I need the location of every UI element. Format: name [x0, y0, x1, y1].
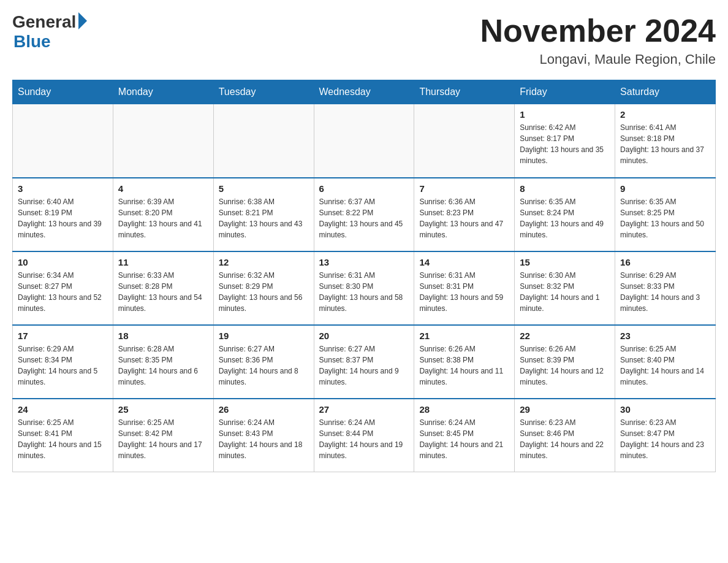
day-number: 23 — [620, 331, 710, 341]
day-info: Sunrise: 6:26 AMSunset: 8:39 PMDaylight:… — [520, 343, 610, 388]
day-info: Sunrise: 6:42 AMSunset: 8:17 PMDaylight:… — [520, 122, 610, 166]
day-number: 30 — [620, 404, 710, 415]
page-header: General Blue November 2024 Longavi, Maul… — [12, 12, 716, 67]
day-info: Sunrise: 6:23 AMSunset: 8:47 PMDaylight:… — [620, 417, 710, 461]
calendar-day-cell: 6Sunrise: 6:37 AMSunset: 8:22 PMDaylight… — [314, 178, 414, 251]
calendar-day-cell: 11Sunrise: 6:33 AMSunset: 8:28 PMDayligh… — [113, 251, 213, 325]
day-number: 27 — [319, 404, 409, 415]
day-of-week-header: Monday — [113, 80, 213, 104]
calendar-day-cell: 19Sunrise: 6:27 AMSunset: 8:36 PMDayligh… — [213, 325, 314, 399]
day-info: Sunrise: 6:24 AMSunset: 8:43 PMDaylight:… — [219, 417, 309, 461]
day-number: 2 — [620, 109, 710, 120]
calendar-week-row: 10Sunrise: 6:34 AMSunset: 8:27 PMDayligh… — [13, 251, 716, 325]
day-number: 24 — [18, 404, 108, 415]
day-number: 9 — [620, 183, 710, 194]
day-number: 5 — [219, 183, 309, 194]
day-number: 17 — [18, 331, 108, 341]
day-info: Sunrise: 6:27 AMSunset: 8:36 PMDaylight:… — [219, 343, 309, 388]
calendar-day-cell: 30Sunrise: 6:23 AMSunset: 8:47 PMDayligh… — [615, 399, 716, 472]
day-info: Sunrise: 6:31 AMSunset: 8:31 PMDaylight:… — [419, 270, 509, 314]
calendar-day-cell — [314, 104, 414, 178]
day-of-week-header: Friday — [515, 80, 615, 104]
day-number: 25 — [118, 404, 208, 415]
calendar-day-cell: 25Sunrise: 6:25 AMSunset: 8:42 PMDayligh… — [113, 399, 213, 472]
calendar-day-cell: 9Sunrise: 6:35 AMSunset: 8:25 PMDaylight… — [615, 178, 716, 251]
calendar-week-row: 24Sunrise: 6:25 AMSunset: 8:41 PMDayligh… — [13, 399, 716, 472]
day-info: Sunrise: 6:27 AMSunset: 8:37 PMDaylight:… — [319, 343, 409, 388]
title-section: November 2024 Longavi, Maule Region, Chi… — [480, 12, 716, 67]
day-of-week-header: Thursday — [414, 80, 515, 104]
calendar-week-row: 1Sunrise: 6:42 AMSunset: 8:17 PMDaylight… — [13, 104, 716, 178]
day-number: 3 — [18, 183, 108, 194]
calendar-day-cell: 27Sunrise: 6:24 AMSunset: 8:44 PMDayligh… — [314, 399, 414, 472]
calendar-day-cell: 21Sunrise: 6:26 AMSunset: 8:38 PMDayligh… — [414, 325, 515, 399]
calendar-day-cell — [414, 104, 515, 178]
calendar-table: SundayMondayTuesdayWednesdayThursdayFrid… — [12, 80, 716, 472]
day-info: Sunrise: 6:26 AMSunset: 8:38 PMDaylight:… — [419, 343, 509, 388]
day-number: 16 — [620, 257, 710, 267]
day-number: 12 — [219, 257, 309, 267]
logo: General Blue — [12, 12, 87, 52]
day-number: 20 — [319, 331, 409, 341]
day-number: 26 — [219, 404, 309, 415]
calendar-day-cell: 17Sunrise: 6:29 AMSunset: 8:34 PMDayligh… — [13, 325, 113, 399]
day-of-week-header: Wednesday — [314, 80, 414, 104]
calendar-day-cell — [13, 104, 113, 178]
day-of-week-header: Sunday — [13, 80, 113, 104]
calendar-day-cell — [213, 104, 314, 178]
calendar-day-cell: 24Sunrise: 6:25 AMSunset: 8:41 PMDayligh… — [13, 399, 113, 472]
day-of-week-header: Tuesday — [213, 80, 314, 104]
day-number: 14 — [419, 257, 509, 267]
day-info: Sunrise: 6:37 AMSunset: 8:22 PMDaylight:… — [319, 196, 409, 240]
calendar-header-row: SundayMondayTuesdayWednesdayThursdayFrid… — [13, 80, 716, 104]
day-info: Sunrise: 6:35 AMSunset: 8:24 PMDaylight:… — [520, 196, 610, 240]
day-info: Sunrise: 6:30 AMSunset: 8:32 PMDaylight:… — [520, 270, 610, 314]
month-title: November 2024 — [480, 12, 716, 49]
day-info: Sunrise: 6:41 AMSunset: 8:18 PMDaylight:… — [620, 122, 710, 166]
day-number: 4 — [118, 183, 208, 194]
day-info: Sunrise: 6:25 AMSunset: 8:40 PMDaylight:… — [620, 343, 710, 388]
day-info: Sunrise: 6:33 AMSunset: 8:28 PMDaylight:… — [118, 270, 208, 314]
calendar-day-cell: 26Sunrise: 6:24 AMSunset: 8:43 PMDayligh… — [213, 399, 314, 472]
day-number: 19 — [219, 331, 309, 341]
day-number: 15 — [520, 257, 610, 267]
day-number: 1 — [520, 109, 610, 120]
day-info: Sunrise: 6:28 AMSunset: 8:35 PMDaylight:… — [118, 343, 208, 388]
logo-arrow-icon — [78, 12, 87, 29]
day-info: Sunrise: 6:29 AMSunset: 8:34 PMDaylight:… — [18, 343, 108, 388]
calendar-day-cell: 16Sunrise: 6:29 AMSunset: 8:33 PMDayligh… — [615, 251, 716, 325]
calendar-day-cell: 28Sunrise: 6:24 AMSunset: 8:45 PMDayligh… — [414, 399, 515, 472]
day-info: Sunrise: 6:23 AMSunset: 8:46 PMDaylight:… — [520, 417, 610, 461]
logo-blue-text: Blue — [13, 32, 51, 52]
day-info: Sunrise: 6:25 AMSunset: 8:41 PMDaylight:… — [18, 417, 108, 461]
calendar-day-cell: 15Sunrise: 6:30 AMSunset: 8:32 PMDayligh… — [515, 251, 615, 325]
day-number: 28 — [419, 404, 509, 415]
day-number: 21 — [419, 331, 509, 341]
day-info: Sunrise: 6:32 AMSunset: 8:29 PMDaylight:… — [219, 270, 309, 314]
day-info: Sunrise: 6:38 AMSunset: 8:21 PMDaylight:… — [219, 196, 309, 240]
logo-general-text: General — [12, 12, 76, 32]
calendar-day-cell: 10Sunrise: 6:34 AMSunset: 8:27 PMDayligh… — [13, 251, 113, 325]
calendar-day-cell: 20Sunrise: 6:27 AMSunset: 8:37 PMDayligh… — [314, 325, 414, 399]
calendar-day-cell — [113, 104, 213, 178]
calendar-day-cell: 12Sunrise: 6:32 AMSunset: 8:29 PMDayligh… — [213, 251, 314, 325]
day-number: 29 — [520, 404, 610, 415]
day-info: Sunrise: 6:40 AMSunset: 8:19 PMDaylight:… — [18, 196, 108, 240]
calendar-day-cell: 3Sunrise: 6:40 AMSunset: 8:19 PMDaylight… — [13, 178, 113, 251]
location-text: Longavi, Maule Region, Chile — [480, 52, 716, 67]
calendar-day-cell: 5Sunrise: 6:38 AMSunset: 8:21 PMDaylight… — [213, 178, 314, 251]
calendar-day-cell: 18Sunrise: 6:28 AMSunset: 8:35 PMDayligh… — [113, 325, 213, 399]
day-number: 7 — [419, 183, 509, 194]
calendar-day-cell: 22Sunrise: 6:26 AMSunset: 8:39 PMDayligh… — [515, 325, 615, 399]
day-info: Sunrise: 6:34 AMSunset: 8:27 PMDaylight:… — [18, 270, 108, 314]
calendar-day-cell: 4Sunrise: 6:39 AMSunset: 8:20 PMDaylight… — [113, 178, 213, 251]
day-number: 10 — [18, 257, 108, 267]
day-info: Sunrise: 6:31 AMSunset: 8:30 PMDaylight:… — [319, 270, 409, 314]
calendar-day-cell: 7Sunrise: 6:36 AMSunset: 8:23 PMDaylight… — [414, 178, 515, 251]
day-info: Sunrise: 6:24 AMSunset: 8:45 PMDaylight:… — [419, 417, 509, 461]
day-number: 6 — [319, 183, 409, 194]
day-info: Sunrise: 6:29 AMSunset: 8:33 PMDaylight:… — [620, 270, 710, 314]
day-info: Sunrise: 6:36 AMSunset: 8:23 PMDaylight:… — [419, 196, 509, 240]
day-number: 11 — [118, 257, 208, 267]
calendar-week-row: 3Sunrise: 6:40 AMSunset: 8:19 PMDaylight… — [13, 178, 716, 251]
